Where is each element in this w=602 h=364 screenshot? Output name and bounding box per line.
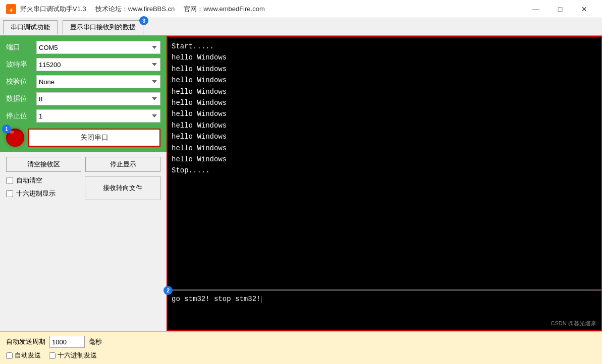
- maximize-button[interactable]: □: [549, 2, 572, 17]
- terminal-output[interactable]: Start.....hello Windowshello Windowshell…: [168, 37, 601, 289]
- port-label: 端口: [6, 43, 36, 52]
- period-input[interactable]: [49, 336, 85, 348]
- middle-content: 端口 COM5 波特率 115200 校验位 None: [0, 36, 602, 331]
- baud-label: 波特率: [6, 60, 36, 69]
- send-checkboxes: 自动发送 十六进制发送: [6, 351, 596, 360]
- terminal-input-text[interactable]: go stm32! stop stm32!: [172, 295, 597, 331]
- connect-row: 1 关闭串口: [6, 129, 160, 147]
- clear-receive-button[interactable]: 清空接收区: [6, 157, 81, 172]
- watermark: CSDN @暮光烟凉: [551, 320, 596, 327]
- app-icon: 🔥: [6, 4, 16, 14]
- data-row: 数据位 8: [6, 92, 160, 105]
- close-button[interactable]: ✕: [573, 2, 596, 17]
- middle-action-row: 自动清空 十六进制显示 接收转向文件: [6, 176, 160, 200]
- display-tab-label: 显示串口接收到的数据: [70, 23, 136, 31]
- website-label: 官网：www.embedFire.com: [184, 5, 264, 13]
- stop-row: 停止位 1: [6, 109, 160, 123]
- main-layout: 串口调试功能 3 显示串口接收到的数据 端口 COM5: [0, 18, 602, 364]
- action-section: 清空接收区 停止显示 自动清空 十六进制显示 接收转向文件: [0, 152, 167, 205]
- display-tab[interactable]: 显示串口接收到的数据: [63, 20, 143, 35]
- badge-3: 3: [139, 16, 148, 25]
- right-panel: Start.....hello Windowshello Windowshell…: [167, 36, 602, 331]
- close-port-button[interactable]: 关闭串口: [28, 129, 160, 147]
- port-row: 端口 COM5: [6, 41, 160, 54]
- data-label: 数据位: [6, 94, 36, 103]
- send-period-row: 自动发送周期 毫秒: [6, 336, 596, 348]
- app-name: 野火串口调试助手V1.3: [20, 5, 86, 13]
- data-select[interactable]: 8: [36, 92, 160, 105]
- auto-clear-label: 自动清空: [16, 176, 42, 185]
- period-label: 自动发送周期: [6, 337, 45, 346]
- auto-clear-row: 自动清空: [6, 176, 81, 185]
- main-tab-label: 串口调试功能: [11, 23, 50, 31]
- title-bar-text: 野火串口调试助手V1.3 技术论坛：www.fireBBS.cn 官网：www.…: [20, 5, 524, 14]
- stop-display-button[interactable]: 停止显示: [85, 157, 160, 172]
- hex-display-checkbox[interactable]: [6, 190, 13, 197]
- terminal-input-area: 2 go stm32! stop stm32!: [167, 291, 602, 331]
- parity-select[interactable]: None: [36, 75, 160, 88]
- action-buttons-row: 清空接收区 停止显示: [6, 157, 160, 172]
- port-select[interactable]: COM5: [36, 41, 160, 54]
- bottom-section: 自动发送周期 毫秒 自动发送 十六进制发送: [0, 331, 602, 364]
- auto-send-checkbox[interactable]: [6, 352, 13, 359]
- auto-send-label: 自动发送: [6, 351, 41, 360]
- config-section: 端口 COM5 波特率 115200 校验位 None: [0, 36, 167, 152]
- forum-label: 技术论坛：www.fireBBS.cn: [95, 5, 175, 13]
- badge-2: 2: [163, 286, 173, 295]
- hex-send-label: 十六进制发送: [49, 351, 97, 360]
- main-tab[interactable]: 串口调试功能: [3, 20, 58, 35]
- auto-send-text: 自动发送: [15, 351, 41, 360]
- window-controls: — □ ✕: [524, 2, 596, 17]
- tab-row: 串口调试功能 3 显示串口接收到的数据: [0, 18, 602, 36]
- parity-row: 校验位 None: [6, 75, 160, 88]
- hex-display-row: 十六进制显示: [6, 189, 81, 198]
- minimize-button[interactable]: —: [524, 2, 548, 17]
- hex-display-label: 十六进制显示: [16, 189, 56, 198]
- receive-file-button[interactable]: 接收转向文件: [85, 176, 160, 200]
- baud-select[interactable]: 115200: [36, 58, 160, 71]
- baud-row: 波特率 115200: [6, 58, 160, 71]
- hex-send-checkbox[interactable]: [49, 352, 56, 359]
- hex-send-text: 十六进制发送: [58, 351, 97, 360]
- title-bar: 🔥 野火串口调试助手V1.3 技术论坛：www.fireBBS.cn 官网：ww…: [0, 0, 602, 18]
- indicator-wrapper: 1: [6, 129, 24, 147]
- badge-1: 1: [2, 125, 11, 134]
- ms-label: 毫秒: [89, 337, 102, 346]
- cursor: [261, 296, 262, 303]
- parity-label: 校验位: [6, 77, 36, 86]
- checkboxes-col: 自动清空 十六进制显示: [6, 176, 81, 198]
- auto-clear-checkbox[interactable]: [6, 177, 13, 184]
- stop-select[interactable]: 1: [36, 109, 160, 123]
- stop-label: 停止位: [6, 111, 36, 120]
- terminal-container: Start.....hello Windowshello Windowshell…: [167, 36, 602, 289]
- input-text-content: go stm32! stop stm32!: [172, 295, 260, 303]
- left-panel: 端口 COM5 波特率 115200 校验位 None: [0, 36, 167, 331]
